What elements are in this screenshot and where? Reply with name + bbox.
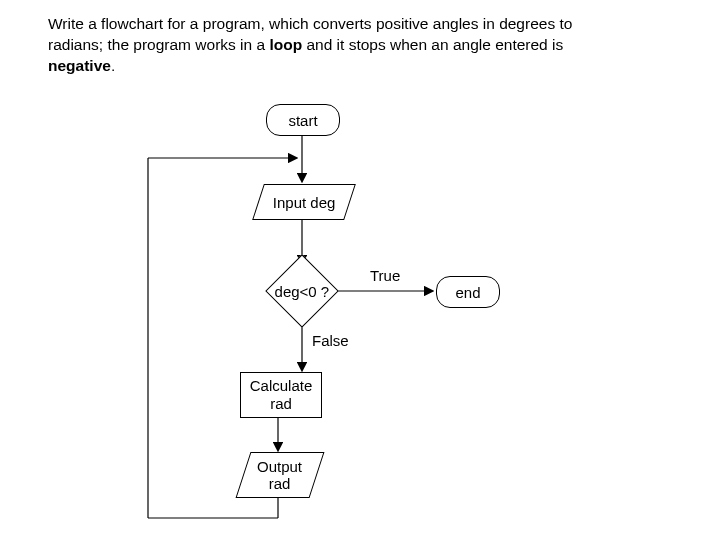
node-start-label: start	[288, 112, 317, 129]
node-output-label: Output rad	[257, 458, 302, 492]
node-decision-label: deg<0 ?	[275, 283, 330, 300]
node-end: end	[436, 276, 500, 308]
prompt-bold-negative: negative	[48, 57, 111, 74]
prompt-text-2: and it stops when an angle entered is	[302, 36, 563, 53]
prompt-text-3: .	[111, 57, 115, 74]
problem-statement: Write a flowchart for a program, which c…	[48, 14, 628, 77]
node-output: Output rad	[236, 452, 325, 498]
label-true: True	[370, 267, 400, 284]
prompt-bold-loop: loop	[269, 36, 302, 53]
node-decision: deg<0 ?	[265, 254, 339, 328]
node-calculate-label: Calculate rad	[250, 377, 313, 413]
flowchart-arrows	[0, 0, 720, 540]
node-input: Input deg	[252, 184, 356, 220]
node-calculate: Calculate rad	[240, 372, 322, 418]
flowchart-slide: Write a flowchart for a program, which c…	[0, 0, 720, 540]
label-false: False	[312, 332, 349, 349]
node-start: start	[266, 104, 340, 136]
node-input-label: Input deg	[273, 194, 336, 211]
node-end-label: end	[455, 284, 480, 301]
